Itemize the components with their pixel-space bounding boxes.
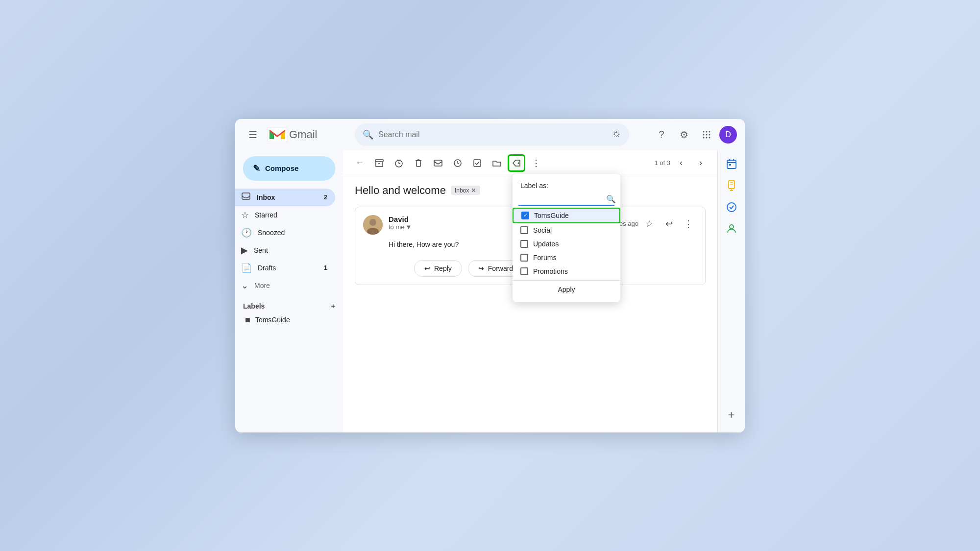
label-option-promotions[interactable]: Promotions	[513, 264, 620, 278]
avatar-image	[363, 215, 383, 235]
star-message-button[interactable]: ☆	[640, 215, 658, 233]
back-button[interactable]: ←	[351, 154, 368, 172]
inbox-icon	[241, 191, 251, 203]
page-count: 1 of 3	[654, 159, 670, 167]
mark-unread-button[interactable]	[429, 154, 447, 172]
drafts-label: Drafts	[258, 264, 318, 272]
label-divider	[513, 280, 620, 281]
reply-message-button[interactable]: ↩	[660, 215, 678, 233]
more-options-button[interactable]: ⋮	[527, 154, 545, 172]
forums-checkbox[interactable]	[520, 254, 528, 262]
search-filter-icon[interactable]: ⛭	[612, 129, 621, 140]
sent-icon: ▶	[241, 245, 248, 256]
label-as-button[interactable]	[508, 154, 525, 172]
promotions-checkbox[interactable]	[520, 267, 528, 275]
delete-button[interactable]	[410, 154, 427, 172]
updates-checkbox[interactable]	[520, 240, 528, 248]
settings-button[interactable]: ⚙	[674, 125, 694, 144]
starred-label: Starred	[255, 211, 327, 219]
label-apply-button[interactable]: Apply	[513, 283, 620, 296]
folder-icon	[492, 158, 502, 168]
inbox-tag-label: Inbox	[455, 187, 469, 194]
move-to-button[interactable]	[488, 154, 506, 172]
add-apps-button[interactable]: +	[722, 405, 741, 425]
forward-arrow-icon: ↪	[478, 264, 484, 272]
user-avatar[interactable]: D	[719, 126, 737, 144]
archive-icon	[374, 158, 384, 168]
label-option-forums[interactable]: Forums	[513, 251, 620, 264]
svg-rect-21	[434, 160, 442, 166]
keep-icon	[726, 180, 737, 192]
search-icon: 🔍	[363, 129, 373, 140]
inbox-label: Inbox	[257, 193, 318, 201]
search-input[interactable]	[378, 130, 608, 139]
svg-rect-11	[375, 160, 383, 162]
add-label-button[interactable]: +	[331, 302, 335, 310]
keep-button[interactable]	[722, 176, 741, 195]
sender-expand-icon[interactable]: ▼	[406, 223, 412, 231]
svg-rect-18	[416, 161, 420, 167]
reply-button[interactable]: ↩ Reply	[414, 260, 462, 277]
sidebar-item-snoozed[interactable]: 🕐 Snoozed	[235, 224, 335, 241]
svg-point-1	[703, 131, 705, 132]
topbar: ☰ Gmail 🔍 ⛭ ? ⚙	[235, 119, 745, 150]
reply-arrow-icon: ↩	[424, 264, 430, 272]
calendar-button[interactable]	[722, 154, 741, 174]
next-email-button[interactable]: ›	[692, 154, 710, 172]
sidebar: ✎ Compose Inbox 2 ☆ Starred 🕐 Snoozed ▶ …	[235, 150, 343, 432]
label-option-social[interactable]: Social	[513, 223, 620, 237]
svg-point-26	[369, 219, 376, 226]
label-dropdown: Label as: 🔍 ✓ TomsGuide Social Updates	[513, 174, 620, 302]
gmail-logo: Gmail	[268, 127, 317, 142]
promotions-option-label: Promotions	[533, 267, 568, 275]
archive-button[interactable]	[370, 154, 388, 172]
tasks-button[interactable]	[722, 197, 741, 217]
prev-email-button[interactable]: ‹	[672, 154, 690, 172]
sidebar-item-inbox[interactable]: Inbox 2	[235, 189, 335, 206]
tomsguide-option-label: TomsGuide	[534, 212, 569, 219]
compose-button[interactable]: ✎ Compose	[243, 156, 335, 181]
compose-label: Compose	[265, 164, 298, 172]
subject-text: Hello and welcome	[355, 184, 446, 197]
snooze-icon	[394, 158, 404, 168]
snoozed-icon: 🕐	[241, 227, 252, 238]
gmail-logo-icon	[268, 127, 287, 142]
contacts-button[interactable]	[722, 219, 741, 239]
label-option-tomsguide[interactable]: ✓ TomsGuide	[513, 208, 620, 223]
apps-button[interactable]	[697, 125, 716, 144]
add-task-button[interactable]	[468, 154, 486, 172]
svg-point-8	[706, 137, 708, 138]
svg-rect-10	[242, 193, 250, 199]
sidebar-item-drafts[interactable]: 📄 Drafts 1	[235, 259, 335, 277]
more-label: More	[254, 282, 327, 289]
sidebar-item-starred[interactable]: ☆ Starred	[235, 206, 335, 224]
social-checkbox[interactable]	[520, 226, 528, 234]
labels-section: Labels + ■ TomsGuide	[235, 294, 343, 332]
updates-option-label: Updates	[533, 240, 559, 248]
label-tomsguide[interactable]: ■ TomsGuide	[243, 312, 335, 328]
svg-point-6	[709, 134, 710, 135]
svg-point-7	[703, 137, 705, 138]
label-search-input[interactable]	[520, 195, 606, 203]
sidebar-item-sent[interactable]: ▶ Sent	[235, 241, 335, 259]
hamburger-menu[interactable]: ☰	[243, 125, 263, 144]
apps-icon	[702, 130, 711, 140]
remove-tag-button[interactable]: ✕	[471, 187, 476, 194]
help-button[interactable]: ?	[652, 125, 671, 144]
search-bar[interactable]: 🔍 ⛭	[355, 123, 629, 146]
email-toolbar: ←	[343, 150, 717, 176]
snooze2-button[interactable]	[449, 154, 466, 172]
label-option-updates[interactable]: Updates	[513, 237, 620, 251]
svg-point-3	[709, 131, 710, 132]
email-icon	[433, 158, 443, 168]
snooze-button[interactable]	[390, 154, 408, 172]
svg-rect-32	[729, 164, 731, 166]
inbox-tag: Inbox ✕	[451, 186, 480, 195]
tomsguide-checkbox[interactable]: ✓	[521, 212, 529, 219]
svg-rect-28	[727, 160, 736, 168]
label-search-row: 🔍	[518, 193, 614, 206]
svg-point-9	[709, 137, 710, 138]
message-more-button[interactable]: ⋮	[680, 215, 697, 233]
sidebar-item-more[interactable]: ⌄ More	[235, 277, 335, 294]
svg-point-2	[706, 131, 708, 132]
